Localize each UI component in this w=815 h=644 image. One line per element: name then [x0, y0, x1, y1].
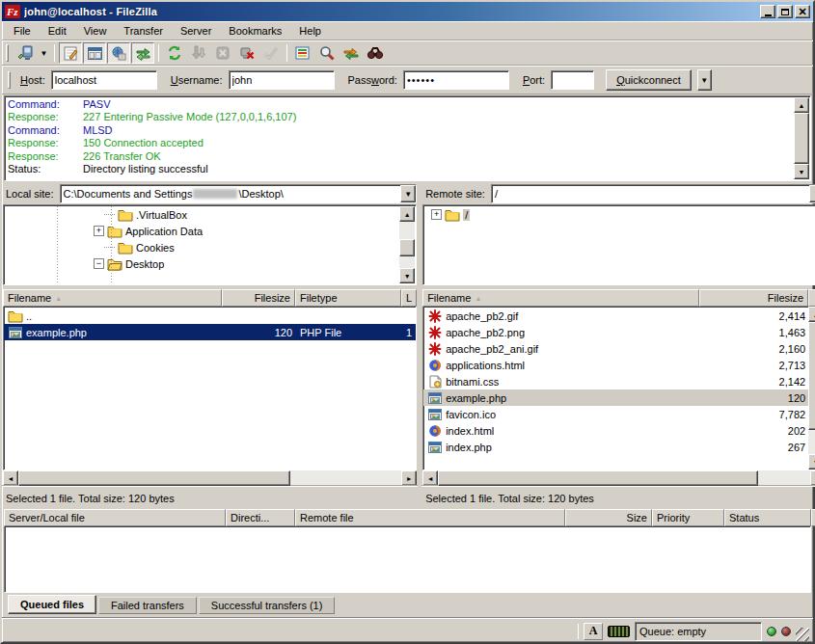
- port-input[interactable]: [551, 70, 594, 90]
- queue-body[interactable]: [4, 526, 811, 593]
- cancel-operation-button[interactable]: [211, 42, 234, 64]
- site-manager-dropdown-button[interactable]: ▼: [38, 42, 50, 64]
- tree-item[interactable]: Cookies: [5, 239, 398, 255]
- minimize-button[interactable]: [760, 5, 775, 18]
- file-row[interactable]: bitnami.css 2,142: [423, 373, 809, 389]
- file-row[interactable]: apache_pb2_ani.gif 2,160: [423, 340, 809, 357]
- menu-file[interactable]: File: [6, 23, 39, 39]
- directory-comparison-button[interactable]: [340, 42, 363, 64]
- column-header-filename[interactable]: Filename▲: [422, 289, 699, 307]
- file-row[interactable]: ..: [4, 308, 416, 324]
- file-row[interactable]: applications.html 2,713: [423, 357, 809, 373]
- menu-bookmarks[interactable]: Bookmarks: [221, 23, 289, 39]
- resize-grip[interactable]: [796, 628, 809, 641]
- combo-dropdown-button[interactable]: ▼: [400, 185, 416, 202]
- local-tree-scrollbar[interactable]: ▲ ▼: [399, 206, 415, 283]
- password-input[interactable]: [403, 70, 509, 90]
- process-queue-button[interactable]: [187, 42, 210, 64]
- scroll-left-icon[interactable]: ◄: [422, 470, 438, 486]
- quickconnect-dropdown-button[interactable]: ▼: [697, 69, 712, 91]
- file-row[interactable]: index.html 202: [423, 422, 809, 439]
- file-row-selected[interactable]: example.php 120: [423, 389, 809, 406]
- column-header-server-local-file[interactable]: Server/Local file: [4, 509, 226, 526]
- toolbar-grip[interactable]: [6, 44, 9, 62]
- tree-item[interactable]: + Application Data: [5, 223, 398, 239]
- ascii-data-type-indicator[interactable]: A: [584, 623, 603, 640]
- combo-dropdown-button[interactable]: ▼: [809, 185, 815, 202]
- toggle-message-log-button[interactable]: [59, 42, 82, 64]
- file-row[interactable]: index.php 267: [423, 439, 809, 455]
- menu-help[interactable]: Help: [291, 23, 329, 39]
- scroll-right-icon[interactable]: ►: [401, 470, 417, 486]
- expand-plus-icon[interactable]: +: [94, 226, 104, 236]
- file-row[interactable]: apache_pb2.gif 2,414: [423, 308, 809, 324]
- local-site-combobox[interactable]: C:\Documents and Settings\Desktop\ ▼: [60, 184, 418, 203]
- scroll-thumb[interactable]: [794, 113, 809, 164]
- remote-list-body[interactable]: apache_pb2.gif 2,414 apache_pb2.png 1,46…: [422, 307, 815, 470]
- synchronized-browsing-button[interactable]: [364, 42, 387, 64]
- quickconnect-button[interactable]: Quickconnect: [606, 69, 692, 91]
- titlebar[interactable]: Fz john@localhost - FileZilla ✕: [2, 2, 813, 21]
- scroll-thumb[interactable]: [18, 470, 290, 486]
- remote-site-combobox[interactable]: / ▼: [491, 184, 815, 203]
- column-header-filesize[interactable]: Filesize: [222, 289, 295, 307]
- toggle-remote-tree-button[interactable]: [107, 42, 130, 64]
- toggle-local-tree-button[interactable]: [83, 42, 106, 64]
- remote-list-scrollbar[interactable]: ▲ ▼: [808, 307, 815, 470]
- expand-plus-icon[interactable]: +: [431, 209, 442, 220]
- scroll-down-icon[interactable]: ▼: [399, 268, 415, 283]
- filter-button[interactable]: [291, 42, 314, 64]
- file-row[interactable]: favicon.ico 7,782: [423, 406, 809, 422]
- local-horizontal-scrollbar[interactable]: ◄ ►: [3, 470, 417, 486]
- column-header-filesize[interactable]: Filesize: [699, 289, 808, 307]
- tab-failed-transfers[interactable]: Failed transfers: [98, 597, 197, 614]
- disconnect-button[interactable]: [235, 42, 258, 64]
- remote-horizontal-scrollbar[interactable]: ◄ ►: [422, 470, 815, 486]
- column-header-remote-file[interactable]: Remote file: [295, 509, 565, 526]
- tab-successful-transfers[interactable]: Successful transfers (1): [199, 597, 336, 614]
- maximize-button[interactable]: [777, 5, 793, 18]
- local-directory-tree[interactable]: .VirtualBox + Application Data Cookies: [3, 204, 417, 285]
- column-header-filename[interactable]: Filename▲: [3, 289, 222, 307]
- refresh-button[interactable]: [163, 42, 186, 64]
- scroll-down-icon[interactable]: ▼: [808, 454, 815, 470]
- scroll-thumb[interactable]: [399, 239, 415, 256]
- host-input[interactable]: [51, 70, 157, 90]
- log-scrollbar[interactable]: ▲ ▼: [794, 97, 809, 179]
- remote-directory-tree[interactable]: + /: [422, 204, 815, 285]
- close-button[interactable]: ✕: [795, 5, 810, 18]
- file-search-button[interactable]: [315, 42, 339, 64]
- column-header-filetype[interactable]: Filetype: [295, 289, 401, 307]
- menu-edit[interactable]: Edit: [41, 23, 74, 39]
- scroll-thumb[interactable]: [438, 470, 758, 486]
- speed-limits-icon[interactable]: [608, 626, 630, 637]
- column-header-direction[interactable]: Directi...: [226, 509, 295, 526]
- site-manager-button[interactable]: [14, 42, 37, 64]
- tree-item[interactable]: − Desktop: [5, 255, 398, 272]
- menu-transfer[interactable]: Transfer: [116, 23, 171, 39]
- scroll-right-icon[interactable]: ►: [810, 470, 815, 486]
- tree-item[interactable]: .VirtualBox: [5, 206, 398, 223]
- scroll-up-icon[interactable]: ▲: [808, 307, 815, 322]
- toggle-transfer-queue-button[interactable]: [131, 42, 154, 64]
- scroll-up-icon[interactable]: ▲: [794, 97, 809, 113]
- scroll-left-icon[interactable]: ◄: [3, 470, 18, 486]
- scroll-up-icon[interactable]: ▲: [399, 206, 415, 222]
- menu-server[interactable]: Server: [173, 23, 219, 39]
- abort-button[interactable]: [259, 42, 283, 64]
- column-header-last-modified[interactable]: L: [401, 289, 417, 307]
- menu-view[interactable]: View: [76, 23, 115, 39]
- quickconnect-grip[interactable]: [8, 71, 11, 89]
- username-input[interactable]: [229, 70, 335, 90]
- tree-item[interactable]: + /: [424, 206, 807, 223]
- file-row-selected[interactable]: example.php 120 PHP File 1: [4, 324, 416, 340]
- column-header-status[interactable]: Status: [724, 509, 811, 526]
- file-row[interactable]: apache_pb2.png 1,463: [423, 324, 809, 340]
- column-header-size[interactable]: Size: [565, 509, 652, 526]
- column-header-priority[interactable]: Priority: [652, 509, 724, 526]
- tab-queued-files[interactable]: Queued files: [8, 595, 96, 614]
- local-list-body[interactable]: .. example.php 120 PHP File 1: [3, 307, 417, 470]
- scroll-thumb[interactable]: [808, 322, 815, 430]
- scroll-down-icon[interactable]: ▼: [794, 164, 809, 179]
- collapse-minus-icon[interactable]: −: [94, 258, 104, 269]
